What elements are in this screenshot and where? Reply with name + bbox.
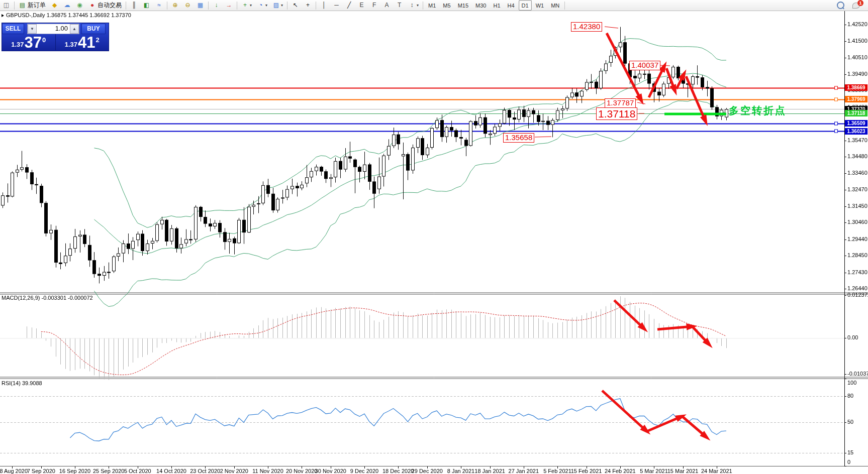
price-flag-label[interactable]: 1.42380 [571, 22, 602, 32]
toolbar: ◫▤新订单◆☁◉●自动交易║◧≈⊕⊖▦↓→+▾◔▾▨▾↖+│─╱EFAT↕▾M1… [0, 0, 868, 11]
tf-mn-button[interactable]: MN [548, 0, 562, 11]
toolbar-separator [14, 2, 15, 10]
fibonacci-button[interactable]: F [368, 0, 380, 11]
tf-m5-button[interactable]: M5 [440, 0, 453, 11]
new-order-button-label: 新订单 [28, 1, 46, 10]
periods-button[interactable]: ◔▾ [255, 0, 269, 11]
market-watch-button[interactable]: ◫ [1, 0, 12, 11]
hline-button[interactable]: ─ [331, 0, 342, 11]
chart-shift-button[interactable]: → [223, 0, 235, 11]
chart-gold-button[interactable]: ◆ [49, 0, 60, 11]
indicators-button[interactable]: +▾ [239, 0, 254, 11]
buy-button[interactable]: BUY [81, 24, 106, 34]
zoom-out-button[interactable]: ⊖ [182, 0, 194, 11]
mt4-window: ◫▤新订单◆☁◉●自动交易║◧≈⊕⊖▦↓→+▾◔▾▨▾↖+│─╱EFAT↕▾M1… [0, 0, 868, 474]
arrows-button[interactable]: ↕▾ [406, 0, 421, 11]
sell-button[interactable]: SELL [2, 24, 24, 34]
volume-increment-button[interactable]: ▲ [70, 24, 79, 34]
price-tick-label: 1.41500 [847, 38, 867, 44]
rsi-tick-label: 80 [847, 393, 853, 399]
rsi-tick-label: 0 [847, 459, 850, 465]
indicators-icon: + [241, 2, 249, 9]
price-badge: 1.37969 [845, 96, 867, 102]
zoom-in-icon: ⊕ [171, 2, 179, 9]
notifications-button[interactable]: 1 [847, 0, 865, 11]
line-chart-button[interactable]: ≈ [153, 0, 165, 11]
toolbar-separator [564, 2, 565, 10]
price-tick-label: 1.33460 [847, 170, 867, 176]
text-label-button[interactable]: T [394, 0, 405, 11]
chart-canvas[interactable] [0, 0, 868, 474]
search-button[interactable] [835, 0, 846, 11]
tile-windows-icon: ▦ [197, 2, 204, 9]
price-tick-label: 1.34480 [847, 153, 867, 159]
signals-button[interactable]: ◉ [74, 0, 85, 11]
candlestick-chart-button[interactable]: ◧ [141, 0, 152, 11]
tf-m1-button[interactable]: M1 [425, 0, 439, 11]
macd-tick-label: -0.010374 [847, 371, 868, 377]
toolbar-separator [423, 2, 423, 10]
toolbar-separator [287, 2, 287, 10]
tf-m30-button[interactable]: M30 [472, 0, 489, 11]
dropdown-arrow-icon: ▾ [281, 3, 283, 8]
autotrading-button-label: 自动交易 [98, 1, 122, 10]
price-badge: 1.36023 [845, 128, 867, 135]
toolbar-separator [316, 2, 316, 10]
price-flag-label[interactable]: 1.35658 [503, 133, 534, 143]
channel-button[interactable]: E [356, 0, 367, 11]
vline-button[interactable]: │ [318, 0, 330, 11]
dropdown-arrow-icon: ▾ [417, 3, 419, 8]
community-button[interactable]: ☁ [61, 0, 73, 11]
price-flag-label[interactable]: 1.37787 [605, 98, 636, 108]
trendline-button[interactable]: ╱ [343, 0, 355, 11]
text-label-icon: T [396, 2, 403, 9]
price-tick-label: 1.28450 [847, 252, 867, 258]
zoom-in-button[interactable]: ⊕ [169, 0, 181, 11]
autotrading-icon: ● [88, 2, 96, 9]
periods-icon: ◔ [257, 2, 264, 9]
autotrading-button[interactable]: ●自动交易 [86, 0, 124, 11]
rsi-tick-label: 15 [847, 449, 853, 455]
crosshair-button[interactable]: + [302, 0, 314, 11]
fibonacci-icon: F [370, 2, 378, 9]
toolbar-buttons: ◫▤新订单◆☁◉●自动交易║◧≈⊕⊖▦↓→+▾◔▾▨▾↖+│─╱EFAT↕▾M1… [0, 0, 566, 11]
cursor-button[interactable]: ↖ [290, 0, 301, 11]
trendline-icon: ╱ [345, 2, 353, 9]
bar-chart-button[interactable]: ║ [128, 0, 140, 11]
price-badge: 1.38669 [845, 84, 867, 91]
buy-price[interactable]: 1.37 41 2 [56, 34, 109, 50]
price-tick-label: 1.31450 [847, 203, 867, 209]
auto-scroll-button[interactable]: ↓ [211, 0, 222, 11]
sell-price[interactable]: 1.37 37 0 [2, 34, 56, 50]
price-tick-label: 1.29440 [847, 236, 867, 242]
price-tick-label: 1.39490 [847, 71, 867, 77]
tf-d1-button[interactable]: D1 [519, 0, 532, 11]
tf-m15-button[interactable]: M15 [455, 0, 471, 11]
tile-windows-button[interactable]: ▦ [195, 0, 206, 11]
macd-tick-label: 0.012372 [847, 292, 868, 298]
new-order-icon: ▤ [19, 2, 26, 9]
tf-h4-button[interactable]: H4 [505, 0, 518, 11]
bar-chart-icon: ║ [130, 2, 138, 9]
tf-w1-button[interactable]: W1 [533, 0, 547, 11]
volume-input[interactable]: 1.00 [37, 24, 70, 34]
toolbar-separator [237, 2, 237, 10]
price-flag-label[interactable]: 1.37118 [596, 107, 637, 120]
new-order-button[interactable]: ▤新订单 [17, 0, 48, 11]
templates-icon: ▨ [272, 2, 280, 9]
templates-button[interactable]: ▨▾ [270, 0, 285, 11]
chart-gold-icon: ◆ [51, 2, 58, 9]
price-flag-label[interactable]: 1.40037 [629, 61, 660, 70]
text-button[interactable]: A [381, 0, 393, 11]
toolbar-separator [208, 2, 209, 10]
price-badge: 1.37118 [845, 110, 867, 116]
community-icon: ☁ [63, 2, 71, 9]
price-tick-label: 1.40510 [847, 54, 867, 60]
cursor-icon: ↖ [292, 2, 299, 9]
volume-decrement-button[interactable]: ▼ [28, 24, 37, 34]
crosshair-icon: + [304, 2, 312, 9]
turning-point-annotation[interactable]: 多空转折点 [729, 104, 787, 117]
tf-h1-button[interactable]: H1 [490, 0, 503, 11]
toolbar-right-group: 1 [834, 0, 868, 11]
search-icon [837, 2, 844, 9]
